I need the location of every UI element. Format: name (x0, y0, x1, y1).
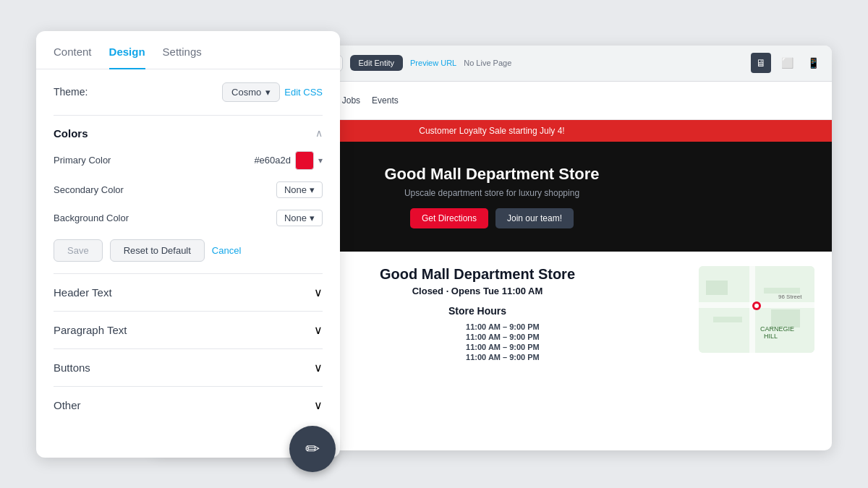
desktop-icon[interactable]: 🖥 (751, 53, 771, 73)
colors-section-header[interactable]: Colors ∧ (54, 127, 323, 140)
buttons-title: Buttons (54, 361, 90, 374)
secondary-color-control: None ▾ (276, 181, 323, 198)
get-directions-button[interactable]: Get Directions (410, 208, 488, 228)
preview-url-button[interactable]: Preview URL (410, 59, 456, 67)
nav-jobs[interactable]: Jobs (342, 95, 360, 106)
time-friday: 11:00 AM – 9:00 PM (466, 353, 684, 361)
header-text-chevron-icon: ∨ (314, 286, 323, 299)
reset-to-default-button[interactable]: Reset to Default (110, 239, 205, 262)
tab-settings[interactable]: Settings (163, 46, 202, 69)
header-text-section[interactable]: Header Text ∨ (54, 273, 323, 311)
other-title: Other (54, 399, 81, 411)
svg-text:96 Street: 96 Street (778, 294, 802, 300)
panel-tabs: Content Design Settings (36, 31, 340, 69)
background-chevron-icon: ▾ (310, 213, 315, 223)
secondary-color-label: Secondary Color (54, 184, 124, 195)
map-preview: CARNEGIE HILL 96 Street (699, 266, 814, 353)
action-buttons: Save Reset to Default Cancel (54, 239, 323, 262)
colors-section-title: Colors (54, 127, 88, 140)
save-button[interactable]: Save (54, 239, 103, 262)
svg-text:HILL: HILL (764, 333, 778, 340)
join-team-button[interactable]: Join our team! (495, 208, 574, 228)
pencil-icon: ✏ (305, 439, 320, 459)
tab-design[interactable]: Design (109, 46, 145, 69)
colors-section: Colors ∧ Primary Color #e60a2d ▾ Seconda… (54, 115, 323, 273)
time-thursday: 11:00 AM – 9:00 PM (466, 343, 684, 351)
mobile-icon[interactable]: 📱 (803, 53, 823, 73)
nav-events[interactable]: Events (372, 95, 399, 106)
svg-rect-4 (764, 288, 800, 294)
buttons-section[interactable]: Buttons ∨ (54, 348, 323, 386)
time-tuesday: 11:00 AM – 9:00 PM (466, 322, 684, 331)
secondary-color-row: Secondary Color None ▾ (54, 181, 323, 198)
background-color-row: Background Color None ▾ (54, 210, 323, 226)
paragraph-text-title: Paragraph Text (54, 324, 127, 336)
design-panel: Content Design Settings Theme: Cosmo ▾ E… (36, 31, 340, 458)
primary-color-label: Primary Color (54, 155, 111, 166)
header-text-title: Header Text (54, 286, 112, 299)
no-live-page-label: No Live Page (464, 59, 511, 67)
primary-color-hex: #e60a2d (254, 155, 291, 166)
theme-row: Theme: Cosmo ▾ Edit CSS (54, 82, 323, 102)
background-color-none[interactable]: None ▾ (276, 210, 323, 226)
primary-color-dropdown[interactable]: ▾ (318, 155, 323, 166)
paragraph-text-section[interactable]: Paragraph Text ∨ (54, 311, 323, 348)
theme-select-group: Cosmo ▾ Edit CSS (222, 82, 323, 102)
tab-content[interactable]: Content (54, 46, 92, 69)
svg-rect-5 (706, 281, 728, 295)
primary-color-control: #e60a2d ▾ (254, 151, 323, 170)
background-color-control: None ▾ (276, 210, 323, 226)
tablet-icon[interactable]: ⬜ (777, 53, 797, 73)
device-icons-group: 🖥 ⬜ 📱 (751, 53, 823, 73)
paragraph-text-chevron-icon: ∨ (314, 323, 323, 337)
theme-label: Theme: (54, 86, 88, 98)
buttons-chevron-icon: ∨ (314, 361, 323, 374)
other-chevron-icon: ∨ (314, 398, 323, 412)
svg-point-8 (754, 304, 759, 308)
edit-entity-button[interactable]: Edit Entity (350, 55, 404, 71)
edit-css-button[interactable]: Edit CSS (284, 87, 323, 98)
secondary-color-none[interactable]: None ▾ (276, 181, 323, 198)
svg-rect-3 (713, 317, 742, 322)
background-color-label: Background Color (54, 213, 129, 223)
other-section[interactable]: Other ∨ (54, 386, 323, 424)
svg-text:CARNEGIE: CARNEGIE (760, 325, 794, 333)
edit-fab-button[interactable]: ✏ (289, 426, 336, 472)
cancel-button[interactable]: Cancel (212, 239, 241, 262)
panel-body: Theme: Cosmo ▾ Edit CSS Colors ∧ Prim (36, 69, 340, 456)
primary-color-row: Primary Color #e60a2d ▾ (54, 151, 323, 170)
theme-chevron-icon: ▾ (265, 87, 271, 98)
time-wednesday: 11:00 AM – 9:00 PM (466, 333, 684, 341)
theme-selector[interactable]: Cosmo ▾ (222, 82, 280, 102)
colors-chevron-icon: ∧ (315, 127, 323, 139)
secondary-chevron-icon: ▾ (310, 184, 315, 195)
primary-color-swatch[interactable] (295, 151, 314, 170)
